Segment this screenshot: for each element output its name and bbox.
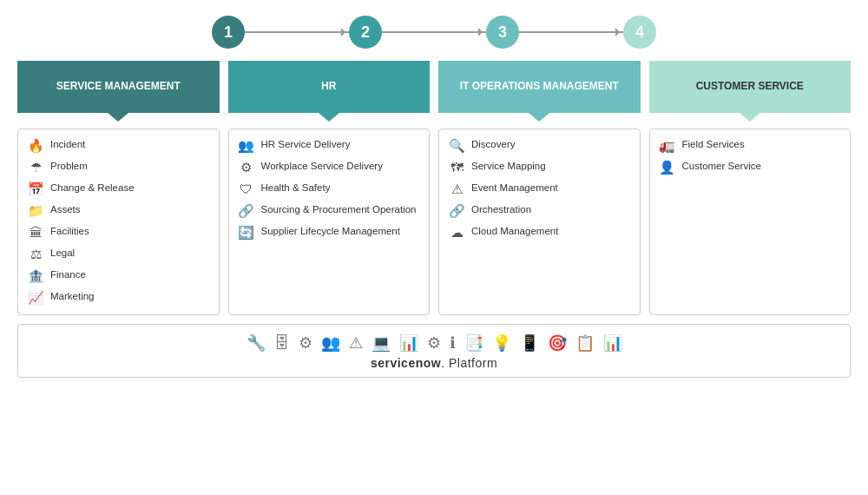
col-content-customer-service: 🚛 Field Services 👤 Customer Service [649, 129, 852, 315]
col-it-operations: IT OPERATIONS MANAGEMENT 🔍 Discovery 🗺 S… [438, 61, 641, 315]
list-item: 🗺 Service Mapping [448, 160, 631, 175]
workplace-icon: ⚙ [238, 160, 255, 175]
list-item: 🔗 Orchestration [448, 203, 631, 219]
list-item: 📅 Change & Release [27, 182, 210, 197]
col-customer-service: CUSTOMER SERVICE 🚛 Field Services 👤 Cust… [649, 61, 852, 315]
col-header-service-management: SERVICE MANAGEMENT [17, 61, 220, 113]
list-item: 👤 Customer Service [659, 160, 842, 175]
bar-chart-icon: 📊 [603, 333, 622, 353]
clipboard-icon: 📋 [575, 333, 595, 353]
list-item: 🏛 Facilities [27, 225, 210, 241]
list-item: ☂ Problem [27, 160, 210, 175]
chart-icon: 📊 [399, 333, 418, 353]
mobile-icon: 📱 [520, 333, 539, 353]
incident-icon: 🔥 [27, 138, 44, 154]
field-services-icon: 🚛 [659, 138, 676, 154]
step-arrow-3 [519, 31, 623, 33]
platform-section: 🔧 🗄 ⚙ 👥 ⚠ 💻 📊 ⚙ ℹ 📑 💡 📱 🎯 📋 📊 servicenow… [17, 324, 851, 378]
discovery-icon: 🔍 [448, 138, 465, 154]
col-header-hr: HR [228, 61, 431, 113]
legal-icon: ⚖ [27, 247, 44, 262]
gear-group-icon: ⚙ [299, 333, 312, 353]
list-item: ⚙ Workplace Service Delivery [238, 160, 421, 175]
list-item: 👥 HR Service Delivery [238, 138, 421, 154]
list-item: 📈 Marketing [27, 290, 210, 306]
platform-icons: 🔧 🗄 ⚙ 👥 ⚠ 💻 📊 ⚙ ℹ 📑 💡 📱 🎯 📋 📊 [247, 333, 622, 353]
col-content-hr: 👥 HR Service Delivery ⚙ Workplace Servic… [228, 129, 431, 315]
col-content-it-operations: 🔍 Discovery 🗺 Service Mapping ⚠ Event Ma… [438, 129, 641, 315]
assets-icon: 📁 [27, 203, 44, 219]
step-4: 4 [623, 16, 656, 49]
lightbulb-icon: 💡 [492, 333, 511, 353]
col-content-service-management: 🔥 Incident ☂ Problem 📅 Change & Release … [17, 129, 220, 315]
step-arrow-1 [245, 31, 349, 33]
step-1: 1 [212, 16, 245, 49]
list-item: 🚛 Field Services [659, 138, 842, 154]
list-item: 📁 Assets [27, 203, 210, 219]
list-item: ☁ Cloud Management [448, 225, 631, 241]
service-mapping-icon: 🗺 [448, 160, 465, 175]
warning-icon: ⚠ [349, 333, 363, 353]
cloud-mgmt-icon: ☁ [448, 225, 465, 241]
finance-icon: 🏦 [27, 268, 44, 284]
settings-icon: ⚙ [427, 333, 441, 353]
col-service-management: SERVICE MANAGEMENT 🔥 Incident ☂ Problem … [17, 61, 220, 315]
list-item: 🏦 Finance [27, 268, 210, 284]
change-release-icon: 📅 [27, 182, 44, 197]
supplier-icon: 🔄 [238, 225, 255, 241]
laptop-icon: 💻 [372, 333, 391, 353]
step-3: 3 [486, 16, 519, 49]
col-hr: HR 👥 HR Service Delivery ⚙ Workplace Ser… [228, 61, 431, 315]
health-safety-icon: 🛡 [238, 182, 255, 197]
platform-label: servicenow. Platform [371, 356, 497, 370]
list-item: 🔍 Discovery [448, 138, 631, 154]
columns-section: SERVICE MANAGEMENT 🔥 Incident ☂ Problem … [17, 61, 851, 315]
orchestration-icon: 🔗 [448, 203, 465, 219]
info-icon: ℹ [450, 333, 456, 353]
step-2: 2 [349, 16, 382, 49]
list-item: 🛡 Health & Safety [238, 182, 421, 197]
list-item: ⚖ Legal [27, 247, 210, 262]
list-item: ⚠ Event Management [448, 182, 631, 197]
list-item: 🔗 Sourcing & Procurement Operation [238, 203, 421, 219]
col-header-customer-service: CUSTOMER SERVICE [649, 61, 852, 113]
wrench-icon: 🔧 [247, 333, 266, 353]
problem-icon: ☂ [27, 160, 44, 175]
customer-service-icon: 👤 [659, 160, 676, 175]
database-icon: 🗄 [274, 334, 290, 353]
list-item: 🔄 Supplier Lifecycle Management [238, 225, 421, 241]
step-arrow-2 [382, 31, 486, 33]
steps-row: 1 2 3 4 [17, 16, 851, 49]
document-icon: 📑 [464, 333, 483, 353]
user-group-icon: 👥 [321, 333, 340, 353]
target-icon: 🎯 [548, 333, 567, 353]
facilities-icon: 🏛 [27, 225, 44, 241]
col-header-it-operations: IT OPERATIONS MANAGEMENT [438, 61, 641, 113]
event-mgmt-icon: ⚠ [448, 182, 465, 197]
list-item: 🔥 Incident [27, 138, 210, 154]
hr-service-icon: 👥 [238, 138, 255, 154]
sourcing-icon: 🔗 [238, 203, 255, 219]
marketing-icon: 📈 [27, 290, 44, 306]
